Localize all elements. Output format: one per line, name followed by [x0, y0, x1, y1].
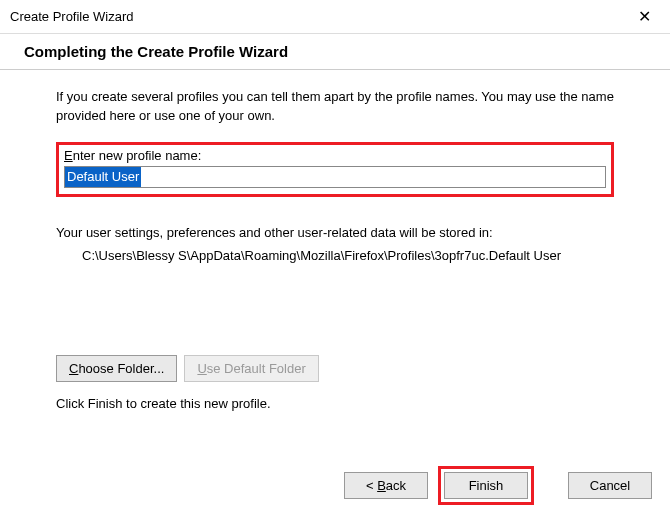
profile-name-value: Default User — [65, 167, 141, 187]
profile-name-highlight: Enter new profile name: Default User — [56, 142, 614, 197]
choose-folder-button[interactable]: Choose Folder... — [56, 355, 177, 382]
wizard-header: Completing the Create Profile Wizard — [0, 34, 670, 70]
back-button[interactable]: < Back — [344, 472, 428, 499]
storage-note: Your user settings, preferences and othe… — [56, 225, 614, 240]
use-default-folder-button: Use Default Folder — [184, 355, 318, 382]
intro-text: If you create several profiles you can t… — [56, 88, 614, 126]
close-icon[interactable]: ✕ — [630, 8, 658, 26]
page-title: Completing the Create Profile Wizard — [24, 43, 668, 60]
window-title: Create Profile Wizard — [10, 9, 134, 24]
wizard-body: If you create several profiles you can t… — [0, 70, 670, 423]
finish-note: Click Finish to create this new profile. — [56, 396, 614, 411]
folder-button-row: Choose Folder... Use Default Folder — [56, 355, 614, 382]
profile-name-input[interactable]: Default User — [64, 166, 606, 188]
wizard-footer: < Back Finish Cancel — [344, 466, 652, 505]
profile-path: C:\Users\Blessy S\AppData\Roaming\Mozill… — [82, 246, 602, 266]
finish-highlight: Finish — [438, 466, 534, 505]
profile-name-label: Enter new profile name: — [64, 148, 606, 163]
cancel-button[interactable]: Cancel — [568, 472, 652, 499]
titlebar: Create Profile Wizard ✕ — [0, 0, 670, 34]
finish-button[interactable]: Finish — [444, 472, 528, 499]
